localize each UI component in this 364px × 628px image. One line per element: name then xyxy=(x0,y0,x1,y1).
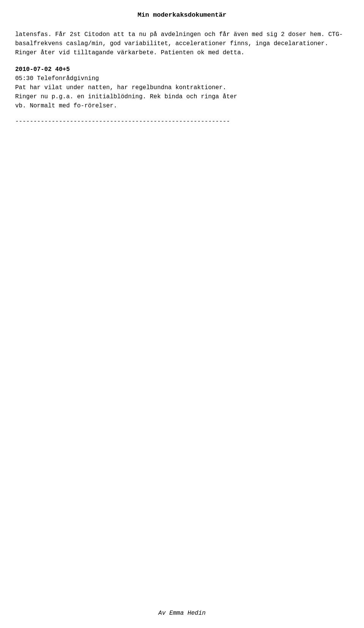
content-paragraph-2: 2010-07-02 40+5 05:30 Telefonrådgivning … xyxy=(15,65,349,110)
page-title: Min moderkaksdokumentär xyxy=(15,11,349,19)
page-container: Min moderkaksdokumentär latensfas. Får 2… xyxy=(0,0,364,628)
date-heading: 2010-07-02 40+5 xyxy=(15,65,349,74)
separator-line: ----------------------------------------… xyxy=(15,118,349,125)
paragraph-2-line4: vb. Normalt med fo-rörelser. xyxy=(15,101,349,110)
paragraph-1-text: latensfas. Får 2st Citodon att ta nu på … xyxy=(15,31,343,56)
paragraph-2-line1: 05:30 Telefonrådgivning xyxy=(15,74,349,83)
paragraph-2-line2: Pat har vilat under natten, har regelbun… xyxy=(15,83,349,92)
footer-text: Av Emma Hedin xyxy=(0,610,364,617)
paragraph-2-line3: Ringer nu p.g.a. en initialblödning. Rek… xyxy=(15,92,349,101)
content-paragraph-1: latensfas. Får 2st Citodon att ta nu på … xyxy=(15,30,349,57)
